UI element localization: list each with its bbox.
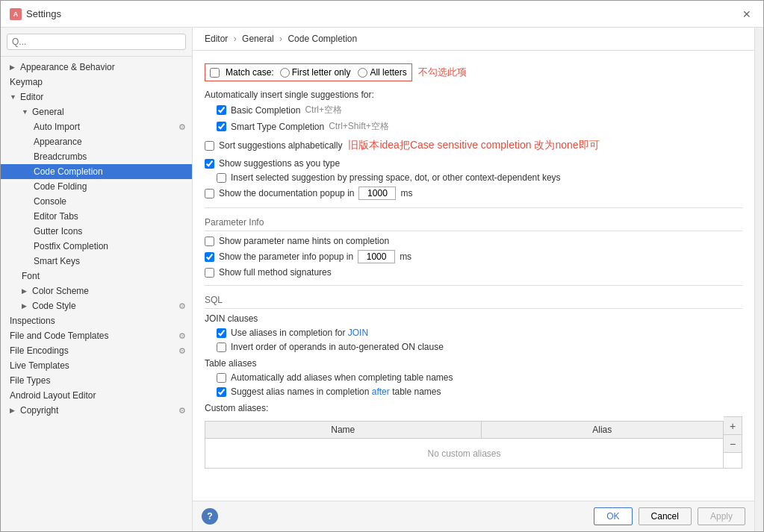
sidebar-item-file-types[interactable]: File Types [1,373,192,388]
help-button[interactable]: ? [202,508,218,525]
show-full-signatures-checkbox[interactable] [205,268,214,278]
show-full-signatures-label: Show full method signatures [219,267,332,278]
breadcrumb-part2: General [242,34,274,44]
sidebar-item-color-scheme[interactable]: ▶ Color Scheme [1,284,192,298]
expand-icon: ▶ [10,407,17,414]
sidebar-item-breadcrumbs[interactable]: Breadcrumbs [1,149,192,164]
sidebar-item-gutter-icons[interactable]: Gutter Icons [1,224,192,239]
search-input[interactable] [7,34,186,50]
suggest-alias-label: Suggest alias names in completion after … [231,387,441,397]
doc-popup-value-input[interactable] [358,187,396,200]
sidebar-item-copyright[interactable]: ▶ Copyright ⚙ [1,403,192,418]
custom-aliases-label: Custom aliases: [205,403,742,413]
show-param-popup-checkbox[interactable] [205,252,214,262]
sidebar-item-code-folding[interactable]: Code Folding [1,179,192,194]
join-clauses-label: JOIN clauses [205,313,742,324]
sidebar: ▶ Appearance & Behavior Keymap ▼ Editor … [1,28,193,531]
expand-icon: ▼ [10,93,17,101]
breadcrumb-sep1: › [234,34,237,44]
basic-completion-label: Basic Completion [231,105,300,116]
sidebar-item-console[interactable]: Console [1,194,192,209]
sidebar-item-appearance[interactable]: Appearance [1,134,192,149]
table-aliases-label: Table aliases [205,358,742,369]
show-doc-popup-checkbox[interactable] [205,189,214,198]
invert-order-checkbox[interactable] [217,342,226,352]
suggest-alias-checkbox[interactable] [217,387,226,397]
sidebar-item-code-style[interactable]: ▶ Code Style ⚙ [1,298,192,313]
show-param-popup-row: Show the parameter info popup in ms [205,250,742,263]
sidebar-item-android-layout-editor[interactable]: Android Layout Editor [1,388,192,403]
sidebar-item-inspections[interactable]: Inspections [1,313,192,328]
radio-all-letters-label: All letters [358,67,406,78]
sql-header: SQL [205,295,742,309]
title-bar-left: A Settings [10,8,61,20]
radio-first-letter[interactable] [280,68,290,78]
radio-first-letter-label: First letter only [280,67,351,78]
add-alias-button[interactable]: + [724,417,742,435]
table-header-name: Name [205,422,482,439]
expand-icon: ▶ [22,302,29,310]
table-action-buttons: + − [724,416,742,469]
smart-completion-label: Smart Type Completion [231,122,324,132]
table-empty-row: No custom aliases [205,439,724,469]
gear-icon: ⚙ [178,301,186,311]
table-empty-msg: No custom aliases [205,439,724,469]
param-popup-value-input[interactable] [358,250,395,263]
breadcrumb-part3: Code Completion [288,34,357,44]
sidebar-item-font[interactable]: Font [1,269,192,284]
cancel-button[interactable]: Cancel [639,507,692,525]
apply-button[interactable]: Apply [698,507,745,525]
show-suggestions-checkbox[interactable] [205,159,214,169]
sidebar-item-auto-import[interactable]: Auto Import ⚙ [1,119,192,134]
divider-2 [205,285,742,286]
sort-suggestions-section: Sort suggestions alphabetically 旧版本idea把… [205,137,742,154]
gear-icon: ⚙ [178,331,186,341]
close-button[interactable]: ✕ [739,7,754,22]
match-case-checkbox[interactable] [210,68,220,78]
show-param-hints-checkbox[interactable] [205,237,214,246]
show-param-hints-label: Show parameter name hints on completion [219,236,389,246]
expand-icon: ▶ [22,287,29,295]
remove-alias-button[interactable]: − [724,435,742,453]
sidebar-item-code-completion[interactable]: Code Completion [1,164,192,179]
param-popup-ms-label: ms [400,251,411,262]
sidebar-item-keymap[interactable]: Keymap [1,75,192,90]
doc-popup-ms-label: ms [400,188,412,198]
sidebar-item-editor-tabs[interactable]: Editor Tabs [1,209,192,224]
show-suggestions-label: Show suggestions as you type [219,158,340,169]
sidebar-item-live-templates[interactable]: Live Templates [1,358,192,373]
annotation-match-case: 不勾选此项 [418,66,467,79]
ok-button[interactable]: OK [594,507,632,525]
smart-completion-checkbox[interactable] [217,122,226,131]
basic-completion-checkbox[interactable] [217,105,226,115]
insert-selected-checkbox[interactable] [217,173,226,183]
basic-completion-row: Basic Completion Ctrl+空格 [205,104,742,116]
use-aliases-checkbox[interactable] [217,328,226,338]
sidebar-item-editor[interactable]: ▼ Editor [1,90,192,104]
sidebar-item-file-encodings[interactable]: File Encodings ⚙ [1,343,192,358]
sort-alphabetically-checkbox[interactable] [205,141,214,151]
use-aliases-row: Use aliases in completion for JOIN [205,328,742,338]
auto-add-aliases-checkbox[interactable] [217,373,226,383]
title-bar: A Settings ✕ [1,1,763,28]
sidebar-item-file-code-templates[interactable]: File and Code Templates ⚙ [1,328,192,343]
app-icon: A [10,8,22,20]
param-info-header: Parameter Info [205,217,742,231]
sidebar-item-appearance-behavior[interactable]: ▶ Appearance & Behavior [1,60,192,75]
main-content: ▶ Appearance & Behavior Keymap ▼ Editor … [1,28,763,531]
sidebar-item-postfix-completion[interactable]: Postfix Completion [1,239,192,254]
alias-table-wrapper: Name Alias No custom aliases [205,416,742,469]
radio-all-letters[interactable] [358,68,367,78]
smart-completion-row: Smart Type Completion Ctrl+Shift+空格 [205,120,742,133]
sidebar-item-smart-keys[interactable]: Smart Keys [1,254,192,269]
invert-order-row: Invert order of operands in auto-generat… [205,342,742,352]
smart-completion-shortcut: Ctrl+Shift+空格 [329,120,389,133]
show-suggestions-row: Show suggestions as you type [205,158,742,169]
alias-table-main: Name Alias No custom aliases [205,416,724,469]
basic-completion-shortcut: Ctrl+空格 [305,104,342,116]
match-case-label: Match case: [226,67,274,78]
show-full-signatures-row: Show full method signatures [205,267,742,278]
sidebar-item-general[interactable]: ▼ General [1,104,192,119]
auto-add-aliases-label: Automatically add aliases when completin… [231,372,453,383]
breadcrumb-sep2: › [279,34,282,44]
